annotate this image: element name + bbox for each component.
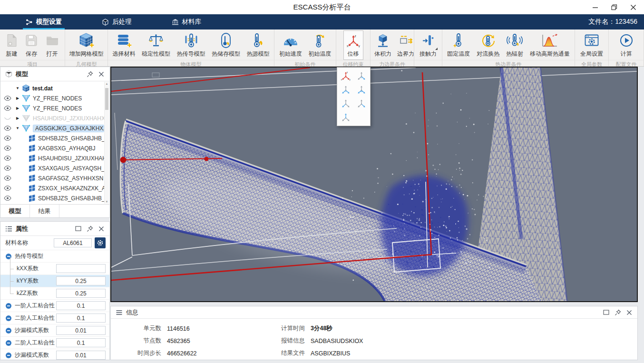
expander-icon[interactable]: ▶ <box>15 96 20 100</box>
displacement-option-fix-xy[interactable] <box>338 83 354 96</box>
maximize-icon[interactable] <box>602 309 610 316</box>
properties-header: 属性 <box>0 222 109 236</box>
ribbon-button-new-doc[interactable]: 新建 <box>3 30 20 60</box>
ribbon-button-displacement[interactable]: zxy位移 <box>343 30 363 60</box>
tree-item[interactable]: XAGBSXG_AYHAQBJ <box>0 143 104 153</box>
ribbon-button-initial-velocity[interactable]: 初始速度 <box>276 30 305 60</box>
tree-tab-inactive[interactable]: 结果 <box>30 205 59 217</box>
scrollbar-thumb[interactable] <box>105 88 108 110</box>
tree-item[interactable]: ▶YZ_FREE_NODES <box>0 93 104 103</box>
eye-open-icon[interactable] <box>0 186 15 191</box>
viewport-3d[interactable]: zxy <box>110 67 638 302</box>
eye-open-icon[interactable] <box>0 176 15 181</box>
collapse-minus-icon[interactable] <box>5 303 12 309</box>
displacement-option-fix-z-only[interactable] <box>338 110 354 124</box>
tree-item[interactable]: ▼AGSGKJKG_GJHXAJKHXA <box>0 123 104 133</box>
post-process-icon <box>102 19 109 26</box>
property-value-input[interactable] <box>56 289 106 298</box>
displacement-option-fix-xy-solid[interactable] <box>354 83 370 96</box>
ribbon-button-stability-model[interactable]: 稳定性模型 <box>139 30 173 60</box>
material-name-input[interactable] <box>54 238 92 247</box>
svg-text:x: x <box>347 44 349 48</box>
scroll-up-icon[interactable]: ▲ <box>105 82 109 85</box>
pin-icon[interactable] <box>86 225 94 233</box>
ribbon-button-save[interactable]: 保存 <box>22 30 40 60</box>
menu-tab-model-setup[interactable]: 模型设置 <box>23 14 65 29</box>
tree-item[interactable]: HSAUHDISU_JZXIUXHAHX <box>0 153 104 163</box>
ribbon-button-global-settings[interactable]: 全局设置 <box>577 30 606 60</box>
property-value-input[interactable] <box>56 326 106 335</box>
maximize-icon[interactable] <box>74 225 82 232</box>
eye-open-icon[interactable] <box>0 136 15 141</box>
scroll-down-icon[interactable]: ▼ <box>105 200 109 203</box>
pin-icon[interactable] <box>614 308 622 317</box>
tree-item[interactable]: SDHSBJZS_GHSABJHB_ZAHU <box>0 193 104 203</box>
eye-open-icon[interactable] <box>0 96 15 101</box>
property-value-input[interactable] <box>56 301 106 310</box>
ribbon-button-heat-source-model[interactable]: 热源模型 <box>244 30 273 60</box>
ribbon-group: 接触力 <box>414 29 442 66</box>
ribbon-button-convection[interactable]: 对流换热 <box>474 30 502 60</box>
ribbon-button-thermal-radiation[interactable]: 热辐射 <box>503 30 526 60</box>
eye-open-icon[interactable] <box>0 196 15 201</box>
ribbon-button-heat-storage-model[interactable]: 热储存模型 <box>209 30 243 60</box>
tree-item[interactable]: ZSXGX_HSAKAZNZXK_AHASX <box>0 183 104 193</box>
restore-icon[interactable] <box>611 4 617 10</box>
eye-open-icon[interactable] <box>0 126 15 131</box>
ribbon-button-heat-conduction-model[interactable]: 热传导模型 <box>174 30 208 60</box>
eye-open-icon[interactable] <box>0 156 15 161</box>
eye-closed-icon[interactable] <box>0 116 15 121</box>
tree-item[interactable]: XSAXGAUS_AISYAQSH_ASHX <box>0 163 104 173</box>
material-gear-button[interactable] <box>95 237 106 248</box>
tree-item[interactable]: SAGFASGZ_ASYHHXSN <box>0 173 104 183</box>
ribbon-button-contact-force[interactable]: 接触力 <box>417 30 439 60</box>
list-icon <box>5 226 12 232</box>
tree-tab-active[interactable]: 模型 <box>0 205 30 217</box>
minimize-icon[interactable] <box>592 4 598 10</box>
menu-tab-material-lib[interactable]: 材料库 <box>169 14 205 29</box>
tree-item-root[interactable]: ▼test.dat <box>0 83 104 93</box>
ribbon-button-select-material[interactable]: 选择材料 <box>110 30 138 60</box>
ribbon-button-moving-gauss-flux[interactable]: 移动高斯热通量 <box>527 30 573 60</box>
expander-icon[interactable]: ▼ <box>15 86 20 90</box>
tree-scrollbar[interactable]: ▲ ▼ <box>104 82 109 204</box>
displacement-option-all-axes-free[interactable]: zxy <box>338 69 354 82</box>
property-value-input[interactable] <box>56 351 106 360</box>
collapse-minus-icon[interactable] <box>5 253 12 260</box>
ribbon-button-open-folder[interactable]: 打开 <box>43 30 62 60</box>
ribbon-button-initial-temperature[interactable]: 初始温度 <box>305 30 334 60</box>
collapse-minus-icon[interactable] <box>5 352 12 359</box>
tree-item[interactable]: ▶HSAUHDISU_JZXIUXHAHX <box>0 113 104 123</box>
ribbon-button-boundary-force[interactable]: 边界力 <box>394 30 417 60</box>
collapse-minus-icon[interactable] <box>5 340 12 346</box>
property-value-input[interactable] <box>56 264 106 273</box>
menu-tab-post-process[interactable]: 后处理 <box>99 14 135 29</box>
property-value-input[interactable] <box>56 314 106 323</box>
displacement-option-fix-y-only[interactable] <box>354 97 370 110</box>
ribbon-button-compute[interactable]: 计算 <box>616 30 636 60</box>
tree-item[interactable]: SDHSBJZS_GHSABJHB_ZAHU <box>0 133 104 143</box>
close-icon[interactable] <box>98 70 105 78</box>
displacement-option-fix-x-only[interactable] <box>338 97 354 110</box>
tree-item-label: YZ_FREE_NODES <box>33 105 82 112</box>
property-value-input[interactable] <box>56 276 106 285</box>
property-value-input[interactable] <box>56 338 106 347</box>
collapse-minus-icon[interactable] <box>5 315 12 322</box>
close-icon[interactable] <box>98 225 105 233</box>
close-icon[interactable] <box>630 4 636 10</box>
ribbon-button-body-force[interactable]: 体积力 <box>371 30 394 60</box>
displacement-option-fix-y[interactable] <box>354 69 370 82</box>
eye-open-icon[interactable] <box>0 106 15 111</box>
close-icon[interactable] <box>625 309 633 316</box>
expander-icon[interactable]: ▶ <box>15 116 20 120</box>
ribbon-button-fixed-temperature[interactable]: 固定温度 <box>444 30 473 60</box>
thermal-radiation-icon <box>506 32 523 49</box>
collapse-minus-icon[interactable] <box>5 327 12 334</box>
ribbon-button-add-mesh-model[interactable]: 增加网格模型 <box>67 30 107 60</box>
tree-item[interactable]: ▶YZ_FREE_NODES <box>0 103 104 113</box>
eye-open-icon[interactable] <box>0 166 15 171</box>
expander-icon[interactable]: ▼ <box>15 126 20 130</box>
eye-open-icon[interactable] <box>0 146 15 151</box>
expander-icon[interactable]: ▶ <box>15 106 20 110</box>
pin-icon[interactable] <box>86 70 94 78</box>
